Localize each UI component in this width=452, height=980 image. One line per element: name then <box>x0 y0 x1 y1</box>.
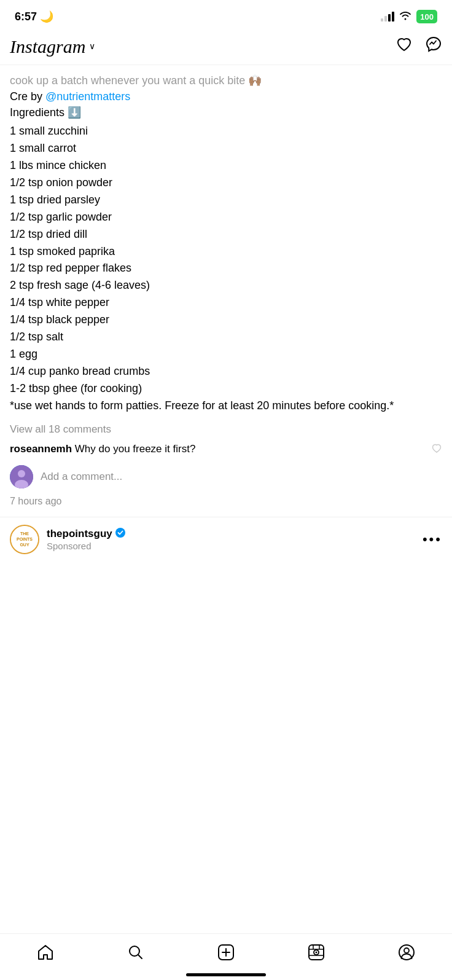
view-all-comments[interactable]: View all 18 comments <box>0 414 452 441</box>
header-icons <box>395 36 442 57</box>
post-content: cook up a batch whenever you want a quic… <box>0 65 452 414</box>
ingredient-8: 1 tsp smoked paprika <box>10 243 442 261</box>
ingredient-9: 1/2 tsp red pepper flakes <box>10 260 442 277</box>
comment-preview: roseannemh Why do you freeze it first? <box>0 441 452 459</box>
status-time: 6:57 🌙 <box>15 10 53 23</box>
next-post-type: Sponsored <box>47 541 126 551</box>
ingredient-4: 1/2 tsp onion powder <box>10 174 442 192</box>
svg-point-3 <box>115 528 125 538</box>
comment-text: roseannemh Why do you freeze it first? <box>10 443 424 455</box>
svg-point-8 <box>316 952 318 954</box>
verified-badge-icon <box>115 527 126 541</box>
ingredient-7: 1/2 tsp dried dill <box>10 226 442 243</box>
avatar-image <box>10 465 33 488</box>
ingredient-12: 1/4 tsp black pepper <box>10 312 442 329</box>
ingredient-1: 1 small zucchini <box>10 123 442 140</box>
ingredient-6: 1/2 tsp garlic powder <box>10 209 442 226</box>
instagram-logo[interactable]: Instagram ∨ <box>10 36 95 57</box>
ingredient-11: 1/4 tsp white pepper <box>10 294 442 312</box>
add-comment-row: Add a comment... <box>0 459 452 495</box>
ingredient-16: 1-2 tbsp ghee (for cooking) <box>10 380 442 398</box>
next-avatar-image: THEPOINTSGUY <box>11 526 38 553</box>
post-truncated-line: cook up a batch whenever you want a quic… <box>10 73 442 88</box>
search-icon <box>127 944 144 965</box>
svg-point-1 <box>18 470 25 477</box>
heart-icon[interactable] <box>395 36 413 57</box>
nav-add[interactable] <box>208 941 244 968</box>
more-options-button[interactable]: ••• <box>423 531 442 547</box>
home-indicator <box>186 973 266 976</box>
ingredient-2: 1 small carrot <box>10 140 442 157</box>
next-post-avatar[interactable]: THEPOINTSGUY <box>10 525 39 554</box>
add-icon <box>217 944 235 965</box>
ingredient-3: 1 lbs mince chicken <box>10 157 442 174</box>
ingredient-14: 1 egg <box>10 346 442 363</box>
nav-search[interactable] <box>117 941 154 968</box>
next-post-user: THEPOINTSGUY thepointsguy Sponsored <box>10 525 126 554</box>
reels-icon <box>308 944 325 965</box>
battery-indicator: 100 <box>416 10 437 23</box>
profile-icon <box>398 944 415 965</box>
next-user-info: thepointsguy Sponsored <box>47 527 126 551</box>
post-credit-line: Cre by @nutrientmatters <box>10 88 442 104</box>
commenter-avatar <box>10 465 33 488</box>
home-icon <box>37 944 54 965</box>
post-time: 7 hours ago <box>0 495 452 517</box>
logo-chevron: ∨ <box>89 41 95 52</box>
next-post-header: THEPOINTSGUY thepointsguy Sponsored ••• <box>0 517 452 562</box>
comment-author: roseannemh <box>10 443 72 455</box>
ingredients-header: Ingredients ⬇️ <box>10 104 442 120</box>
nav-reels[interactable] <box>298 941 335 968</box>
messenger-icon[interactable] <box>425 36 442 57</box>
ingredient-5: 1 tsp dried parsley <box>10 192 442 209</box>
ingredient-list: 1 small zucchini 1 small carrot 1 lbs mi… <box>10 123 442 397</box>
instagram-header: Instagram ∨ <box>0 31 452 65</box>
ingredient-13: 1/2 tsp salt <box>10 329 442 346</box>
svg-point-14 <box>404 948 409 953</box>
post-note: *use wet hands to form patties. Freeze f… <box>10 398 442 414</box>
wifi-icon <box>399 10 411 23</box>
ingredient-10: 2 tsp fresh sage (4-6 leaves) <box>10 277 442 294</box>
nav-profile[interactable] <box>388 941 425 968</box>
ingredient-15: 1/4 cup panko bread crumbs <box>10 363 442 380</box>
signal-icon <box>381 12 394 22</box>
nav-home[interactable] <box>27 941 64 968</box>
mention-link[interactable]: @nutrientmatters <box>45 90 130 103</box>
comment-heart-icon[interactable] <box>431 443 442 457</box>
status-icons: 100 <box>381 10 437 23</box>
status-bar: 6:57 🌙 100 <box>0 0 452 31</box>
next-username: thepointsguy <box>47 527 126 541</box>
add-comment-input[interactable]: Add a comment... <box>41 471 442 483</box>
